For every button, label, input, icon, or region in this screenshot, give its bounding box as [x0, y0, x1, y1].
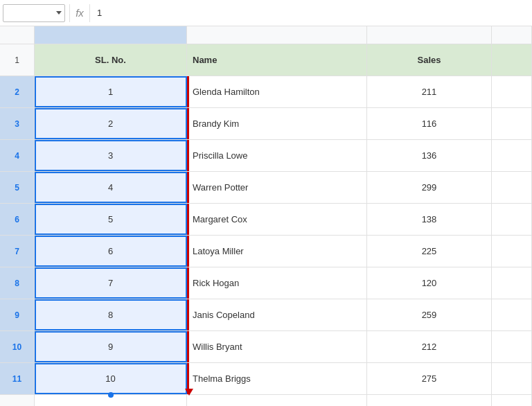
- grid-row: 1SL. No.NameSales: [0, 44, 532, 76]
- row-number-3[interactable]: 3: [0, 108, 35, 139]
- cell-b1[interactable]: Name: [187, 44, 367, 76]
- grid-row: 76Latoya Miller225: [0, 236, 532, 267]
- cell-b3[interactable]: Brandy Kim: [187, 108, 367, 139]
- grid-row: 98Janis Copeland259: [0, 299, 532, 331]
- cell-d10[interactable]: [492, 331, 532, 362]
- cell-a8[interactable]: 7: [35, 267, 187, 299]
- cell-a6[interactable]: 5: [35, 204, 187, 235]
- cell-empty-12-1[interactable]: [187, 395, 367, 406]
- grid-row: 21Glenda Hamilton211: [0, 76, 532, 108]
- cell-c4[interactable]: 136: [367, 140, 492, 171]
- row-number-2[interactable]: 2: [0, 76, 35, 107]
- col-header-c[interactable]: [367, 26, 492, 44]
- grid-row: 1110Thelma Briggs275: [0, 363, 532, 395]
- cell-empty-12-2[interactable]: [367, 395, 492, 406]
- cell-d2[interactable]: [492, 76, 532, 107]
- grid-row-empty: 12: [0, 395, 532, 406]
- cell-c10[interactable]: 212: [367, 331, 492, 362]
- red-border-indicator: [187, 363, 189, 394]
- row-number-7[interactable]: 7: [0, 236, 35, 267]
- cell-b10[interactable]: Willis Bryant: [187, 331, 367, 362]
- red-border-indicator: [187, 204, 189, 235]
- grid-row: 65Margaret Cox138: [0, 204, 532, 236]
- spreadsheet: fx 1SL. No.NameSales21Glenda Hamilton211…: [0, 0, 532, 406]
- grid-row: 87Rick Hogan120: [0, 267, 532, 299]
- cell-a3[interactable]: 2: [35, 108, 187, 139]
- cell-b6[interactable]: Margaret Cox: [187, 204, 367, 235]
- cell-a10[interactable]: 9: [35, 331, 187, 362]
- formula-input[interactable]: [94, 4, 529, 22]
- grid-row: 32Brandy Kim116: [0, 108, 532, 140]
- red-border-indicator: [187, 172, 189, 203]
- cell-c11[interactable]: 275: [367, 363, 492, 394]
- cell-b2[interactable]: Glenda Hamilton: [187, 76, 367, 107]
- cell-a2[interactable]: 1: [35, 76, 187, 107]
- cell-c7[interactable]: 225: [367, 236, 492, 267]
- red-border-indicator: [187, 331, 189, 362]
- formula-bar: fx: [0, 0, 532, 26]
- col-header-d[interactable]: [492, 26, 532, 44]
- cell-b7[interactable]: Latoya Miller: [187, 236, 367, 267]
- cell-a9[interactable]: 8: [35, 299, 187, 330]
- grid-row: 54Warren Potter299: [0, 172, 532, 204]
- cell-c8[interactable]: 120: [367, 267, 492, 299]
- cell-c2[interactable]: 211: [367, 76, 492, 107]
- cell-c6[interactable]: 138: [367, 204, 492, 235]
- red-border-indicator: [187, 299, 189, 330]
- cell-empty-12-3[interactable]: [492, 395, 532, 406]
- red-border-indicator: [187, 236, 189, 267]
- grid-row: 43Priscilla Lowe136: [0, 140, 532, 172]
- row-number-10[interactable]: 10: [0, 331, 35, 362]
- cell-b8[interactable]: Rick Hogan: [187, 267, 367, 299]
- row-number-6[interactable]: 6: [0, 204, 35, 235]
- cell-c3[interactable]: 116: [367, 108, 492, 139]
- row-number-1[interactable]: 1: [0, 44, 35, 76]
- formula-fx-icon: fx: [69, 4, 90, 22]
- cell-a7[interactable]: 6: [35, 236, 187, 267]
- cell-c9[interactable]: 259: [367, 299, 492, 330]
- cell-reference-box[interactable]: [3, 4, 65, 22]
- cell-d4[interactable]: [492, 140, 532, 171]
- row-number-12[interactable]: 12: [0, 395, 35, 406]
- col-header-b[interactable]: [187, 26, 367, 44]
- cell-a1[interactable]: SL. No.: [35, 44, 187, 76]
- row-number-9[interactable]: 9: [0, 299, 35, 330]
- cell-c1[interactable]: Sales: [367, 44, 492, 76]
- cell-b9[interactable]: Janis Copeland: [187, 299, 367, 330]
- grid-area: 1SL. No.NameSales21Glenda Hamilton21132B…: [0, 26, 532, 406]
- cell-a11[interactable]: 10: [35, 363, 187, 394]
- cell-ref-dropdown-icon[interactable]: [56, 11, 62, 15]
- corner-cell: [0, 26, 35, 44]
- cell-d11[interactable]: [492, 363, 532, 394]
- cell-b4[interactable]: Priscilla Lowe: [187, 140, 367, 171]
- row-number-4[interactable]: 4: [0, 140, 35, 171]
- cell-b11[interactable]: Thelma Briggs: [187, 363, 367, 394]
- grid-row: 109Willis Bryant212: [0, 331, 532, 363]
- row-number-8[interactable]: 8: [0, 267, 35, 299]
- rows-container: 1SL. No.NameSales21Glenda Hamilton21132B…: [0, 44, 532, 406]
- cell-b5[interactable]: Warren Potter: [187, 172, 367, 203]
- row-number-5[interactable]: 5: [0, 172, 35, 203]
- cell-d5[interactable]: [492, 172, 532, 203]
- cell-c5[interactable]: 299: [367, 172, 492, 203]
- cell-d8[interactable]: [492, 267, 532, 299]
- cell-a5[interactable]: 4: [35, 172, 187, 203]
- cell-d3[interactable]: [492, 108, 532, 139]
- red-border-indicator: [187, 108, 189, 139]
- fill-handle[interactable]: [108, 392, 114, 398]
- col-header-a[interactable]: [35, 26, 187, 44]
- cell-d6[interactable]: [492, 204, 532, 235]
- red-border-indicator: [187, 76, 189, 107]
- cell-a4[interactable]: 3: [35, 140, 187, 171]
- red-border-indicator: [187, 267, 189, 299]
- row-number-11[interactable]: 11: [0, 363, 35, 394]
- cell-d1[interactable]: [492, 44, 532, 76]
- column-headers: [0, 26, 532, 44]
- red-border-indicator: [187, 140, 189, 171]
- cell-d9[interactable]: [492, 299, 532, 330]
- cell-d7[interactable]: [492, 236, 532, 267]
